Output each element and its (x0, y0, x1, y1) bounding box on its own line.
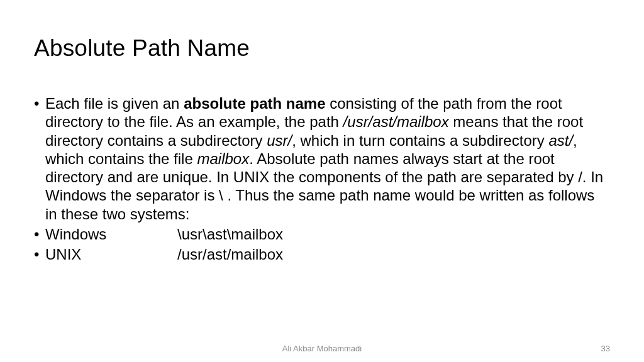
footer-page-number: 33 (601, 344, 610, 353)
slide-body: Each file is given an absolute path name… (34, 94, 610, 263)
text-italic: usr/ (267, 132, 292, 149)
os-path: /usr/ast/mailbox (177, 246, 283, 263)
footer-author: Ali Akbar Mohammadi (282, 344, 362, 353)
bullet-main: Each file is given an absolute path name… (45, 94, 610, 223)
slide: Absolute Path Name Each file is given an… (0, 0, 644, 362)
slide-title: Absolute Path Name (34, 35, 610, 62)
os-path: \usr\ast\mailbox (177, 226, 283, 243)
text-italic: /usr/ast/mailbox (343, 113, 449, 130)
text: , which in turn contains a subdirectory (292, 132, 548, 149)
text-italic: ast/ (548, 132, 573, 149)
text-italic: mailbox (197, 150, 249, 167)
text-bold: absolute path name (184, 95, 325, 112)
text: Each file is given an (45, 95, 184, 112)
os-label: UNIX (45, 245, 177, 263)
slide-footer: Ali Akbar Mohammadi 33 (0, 344, 644, 353)
os-label: Windows (45, 225, 177, 243)
bullet-unix: UNIX/usr/ast/mailbox (45, 245, 610, 263)
bullet-windows: Windows\usr\ast\mailbox (45, 225, 610, 243)
